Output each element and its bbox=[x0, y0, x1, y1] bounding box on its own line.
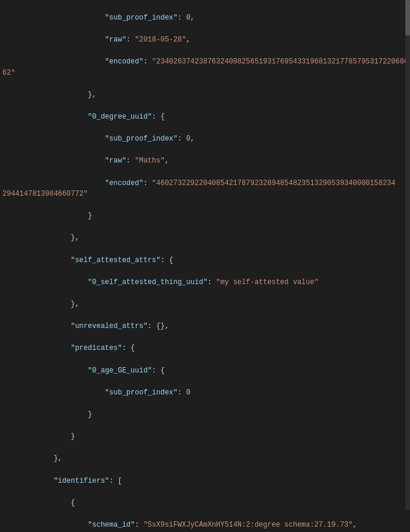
code-area: "sub_proof_index": 0, "raw": "2018-05-28… bbox=[0, 0, 410, 532]
code-line: }, bbox=[0, 453, 410, 464]
scrollbar-thumb[interactable] bbox=[405, 0, 410, 36]
code-line: "0_degree_uuid": { bbox=[0, 112, 410, 123]
code-line: "sub_proof_index": 0, bbox=[0, 133, 410, 145]
code-line: "raw": "2018-05-28", bbox=[0, 34, 410, 46]
code-line: "encoded": "4602732292204085421787923289… bbox=[0, 178, 410, 200]
code-line: } bbox=[0, 211, 410, 222]
code-line: "raw": "Maths", bbox=[0, 155, 410, 167]
code-line: "self_attested_attrs": { bbox=[0, 255, 410, 266]
code-line: } bbox=[0, 409, 410, 420]
code-line: "identifiers": [ bbox=[0, 476, 410, 487]
code-line: "predicates": { bbox=[0, 343, 410, 354]
code-line: "encoded": "2340263742387632409825651931… bbox=[0, 56, 410, 78]
code-line: "sub_proof_index": 0, bbox=[0, 12, 410, 24]
scrollbar[interactable] bbox=[405, 0, 410, 510]
code-line: }, bbox=[0, 232, 410, 244]
code-line: "sub_proof_index": 0 bbox=[0, 387, 410, 399]
code-line: }, bbox=[0, 299, 410, 310]
code-line: "0_self_attested_thing_uuid": "my self-a… bbox=[0, 277, 410, 288]
code-line: } bbox=[0, 431, 410, 442]
terminal: "sub_proof_index": 0, "raw": "2018-05-28… bbox=[0, 0, 410, 532]
code-line: "schema_id": "SsX9siFWXJyCAmXnHY514N:2:d… bbox=[0, 520, 410, 531]
code-line: { bbox=[0, 498, 410, 509]
code-line: "unrevealed_attrs": {}, bbox=[0, 321, 410, 332]
code-line: "0_age_GE_uuid": { bbox=[0, 365, 410, 377]
code-line: }, bbox=[0, 90, 410, 101]
